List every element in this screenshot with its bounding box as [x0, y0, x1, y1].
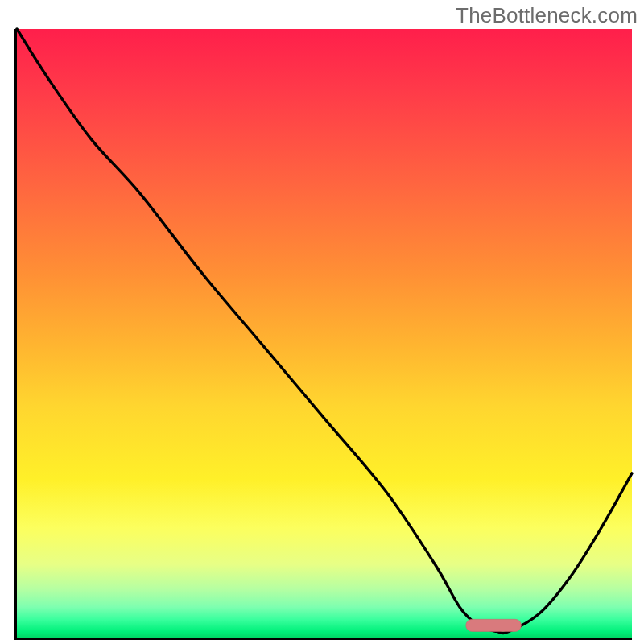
chart-container: TheBottleneck.com	[0, 0, 644, 644]
curve-overlay	[17, 29, 632, 638]
plot-area	[14, 29, 632, 640]
watermark-text: TheBottleneck.com	[456, 3, 638, 28]
optimal-zone-marker	[466, 619, 522, 631]
bottleneck-curve	[17, 29, 632, 633]
